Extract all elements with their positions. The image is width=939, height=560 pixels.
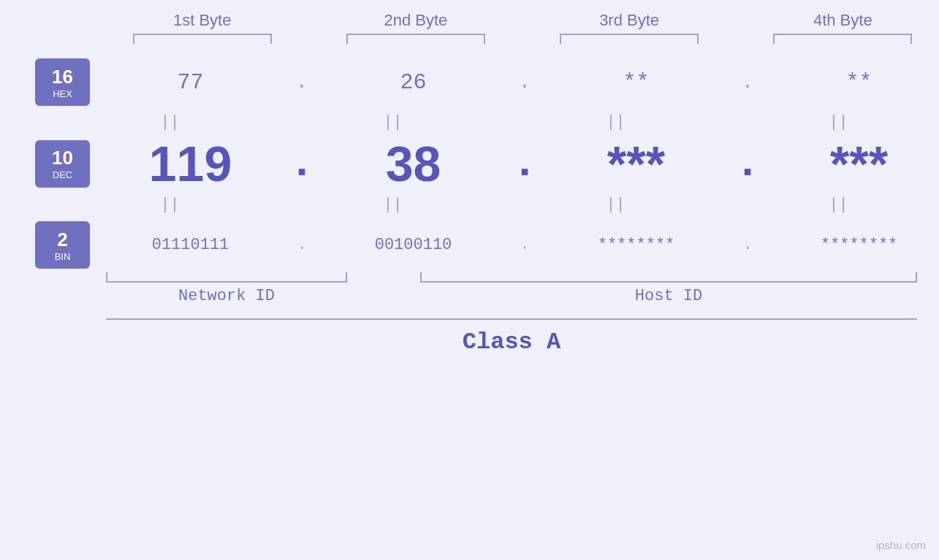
bin-b2: 00100110 bbox=[313, 236, 514, 254]
dec-row: 119 . 38 . *** . *** bbox=[90, 139, 939, 188]
bin-sep1: . bbox=[291, 236, 313, 254]
hex-b2: 26 bbox=[313, 70, 514, 95]
hex-row: 77 . 26 . ** . ** bbox=[90, 70, 939, 95]
eq2-b1: || bbox=[69, 196, 270, 214]
byte-headers: 1st Byte 2nd Byte 3rd Byte 4th Byte bbox=[106, 11, 939, 30]
equals-row-1: || || || || bbox=[69, 113, 939, 131]
network-id-label: Network ID bbox=[106, 287, 347, 305]
dec-b2: 38 bbox=[313, 139, 514, 188]
bottom-brackets bbox=[106, 272, 917, 283]
byte1-header: 1st Byte bbox=[106, 11, 298, 30]
eq1-b4: || bbox=[738, 113, 939, 131]
dec-sep3: . bbox=[737, 139, 759, 188]
bin-sep3: . bbox=[737, 236, 759, 254]
dec-b1: 119 bbox=[90, 139, 291, 188]
bottom-labels: Network ID Host ID bbox=[106, 287, 917, 305]
bin-b1: 01110111 bbox=[90, 236, 291, 254]
hex-b1: 77 bbox=[90, 70, 291, 95]
label-gap bbox=[347, 287, 420, 305]
eq2-b3: || bbox=[515, 196, 716, 214]
byte3-header: 3rd Byte bbox=[533, 11, 725, 30]
bracket-b1 bbox=[106, 34, 298, 44]
bracket-b3 bbox=[533, 34, 725, 44]
class-section: Class A bbox=[106, 318, 917, 356]
byte2-header: 2nd Byte bbox=[319, 11, 512, 30]
host-bracket bbox=[420, 272, 917, 283]
bin-sep2: . bbox=[514, 236, 536, 254]
class-label: Class A bbox=[106, 329, 917, 356]
class-line bbox=[106, 318, 917, 320]
dec-badge-container: 10 DEC bbox=[0, 140, 90, 188]
eq1-b1: || bbox=[69, 113, 270, 131]
dec-sep2: . bbox=[514, 139, 536, 188]
hex-sep2: . bbox=[514, 71, 536, 93]
top-brackets bbox=[106, 34, 939, 44]
bin-b3: ******** bbox=[536, 236, 737, 254]
bin-badge-container: 2 BIN bbox=[0, 221, 90, 269]
network-bracket bbox=[106, 272, 347, 283]
bracket-b4 bbox=[747, 34, 939, 44]
hex-sep3: . bbox=[737, 71, 759, 93]
bin-badge: 2 BIN bbox=[35, 221, 90, 269]
bin-b4: ******** bbox=[759, 236, 939, 254]
main-layout: 1st Byte 2nd Byte 3rd Byte 4th Byte 16 bbox=[0, 0, 939, 356]
bottom-bracket-area: Network ID Host ID bbox=[106, 272, 939, 305]
equals-row-2: || || || || bbox=[69, 196, 939, 214]
eq1-b3: || bbox=[515, 113, 716, 131]
eq2-b4: || bbox=[738, 196, 939, 214]
watermark: ipshu.com bbox=[876, 539, 926, 551]
bin-row: 01110111 . 00100110 . ******** . *******… bbox=[90, 236, 939, 254]
host-id-label: Host ID bbox=[420, 287, 917, 305]
bracket-b2 bbox=[319, 34, 512, 44]
hex-b3: ** bbox=[536, 70, 737, 95]
eq2-b2: || bbox=[292, 196, 493, 214]
dec-sep1: . bbox=[291, 139, 313, 188]
hex-b4: ** bbox=[759, 70, 939, 95]
dec-badge: 10 DEC bbox=[35, 140, 90, 188]
hex-sep1: . bbox=[291, 71, 313, 93]
hex-badge-container: 16 HEX bbox=[0, 58, 90, 106]
dec-b3: *** bbox=[536, 139, 737, 188]
byte4-header: 4th Byte bbox=[747, 11, 939, 30]
dec-b4: *** bbox=[759, 139, 939, 188]
hex-badge: 16 HEX bbox=[35, 58, 90, 106]
eq1-b2: || bbox=[292, 113, 493, 131]
